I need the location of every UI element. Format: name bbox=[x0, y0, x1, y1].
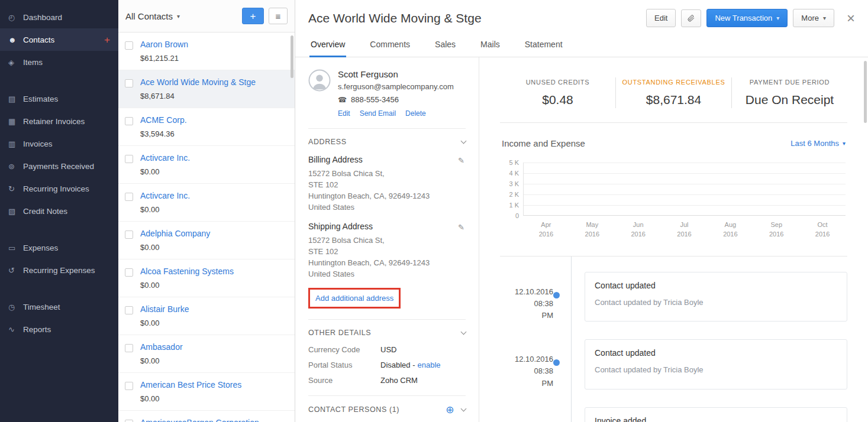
contact-checkbox[interactable] bbox=[125, 382, 133, 390]
quick-add-contact-icon[interactable]: + bbox=[104, 35, 110, 45]
overview-column: UNUSED CREDITS $0.48 OUTSTANDING RECEIVA… bbox=[479, 57, 868, 422]
detail-header: Ace World Wide Moving & Stge Edit New Tr… bbox=[295, 0, 868, 34]
contact-persons-header: CONTACT PERSONS (1) ⊕ bbox=[308, 405, 466, 415]
tab-overview[interactable]: Overview bbox=[309, 34, 346, 57]
contact-checkbox[interactable] bbox=[125, 79, 133, 87]
detail-tabs: Overview Comments Sales Mails Statement bbox=[295, 34, 868, 57]
contact-checkbox[interactable] bbox=[125, 193, 133, 201]
contact-person-phone: ☎ 888-555-3456 bbox=[338, 95, 454, 104]
y-tick: 3 K bbox=[500, 180, 519, 187]
contact-list-item[interactable]: Adelphia Company $0.00 bbox=[118, 222, 295, 259]
timeline-date: 12.10.2016 08:38 PM bbox=[494, 339, 553, 389]
sidebar-item-payments-received[interactable]: ⊚ Payments Received bbox=[0, 155, 118, 177]
billing-address: Billing Address 15272 Bolsa Chica St, ST… bbox=[308, 155, 466, 213]
other-details-rows: Currency Code USD Portal Status Disabled… bbox=[308, 345, 466, 385]
timeline-dot bbox=[553, 359, 560, 366]
contact-amount: $3,594.36 bbox=[140, 129, 288, 138]
dashboard-icon: ◴ bbox=[8, 13, 23, 22]
edit-button[interactable]: Edit bbox=[646, 9, 676, 27]
tab-mails[interactable]: Mails bbox=[479, 34, 501, 57]
contact-list-item[interactable]: Activcare Inc. $0.00 bbox=[118, 146, 295, 184]
list-scrollbar-thumb[interactable] bbox=[291, 35, 293, 78]
sidebar-item-label: Contacts bbox=[23, 35, 54, 44]
contact-checkbox[interactable] bbox=[125, 117, 133, 125]
edit-billing-address-icon[interactable]: ✎ bbox=[458, 156, 464, 165]
sidebar-item-recurring-invoices[interactable]: ↻ Recurring Invoices bbox=[0, 177, 118, 200]
send-email-link[interactable]: Send Email bbox=[360, 109, 396, 118]
contact-amount: $0.00 bbox=[140, 356, 288, 365]
sidebar-item-expenses[interactable]: ▭ Expenses bbox=[0, 236, 118, 259]
unused-credits-value: $0.48 bbox=[505, 93, 611, 107]
contact-list-item-selected[interactable]: Ace World Wide Moving & Stge $8,671.84 bbox=[118, 70, 295, 108]
timesheet-icon: ◷ bbox=[8, 303, 23, 311]
enable-portal-link[interactable]: enable bbox=[418, 361, 441, 369]
sidebar-item-label: Reports bbox=[23, 325, 51, 334]
add-additional-address-link[interactable]: Add additional address bbox=[315, 294, 393, 303]
add-contact-person-icon[interactable]: ⊕ bbox=[446, 405, 454, 415]
phone-number: 888-555-3456 bbox=[351, 95, 399, 104]
activity-timeline: 12.10.2016 08:38 PM Contact updated Cont… bbox=[494, 257, 847, 422]
contact-amount: $8,671.84 bbox=[140, 92, 288, 100]
contact-checkbox[interactable] bbox=[125, 231, 133, 239]
sidebar-item-contacts[interactable]: ☻ Contacts + bbox=[0, 28, 118, 51]
x-tick: May2016 bbox=[569, 220, 615, 239]
contact-checkbox[interactable] bbox=[125, 268, 133, 277]
app-window: ◴ Dashboard ☻ Contacts + ◈ Items ▤ Estim… bbox=[0, 0, 868, 422]
contact-info-column: Scott Ferguson s.ferguson@samplecompany.… bbox=[295, 57, 479, 422]
sidebar-item-label: Dashboard bbox=[23, 13, 62, 22]
contact-list-item[interactable]: ACME Corp. $3,594.36 bbox=[118, 108, 295, 146]
tab-sales[interactable]: Sales bbox=[434, 34, 457, 57]
contact-detail-panel: Ace World Wide Moving & Stge Edit New Tr… bbox=[295, 0, 868, 422]
sidebar-item-items[interactable]: ◈ Items bbox=[0, 51, 118, 73]
chevron-down-icon[interactable] bbox=[461, 406, 467, 412]
chevron-down-icon[interactable] bbox=[461, 138, 467, 144]
contact-name: Ace World Wide Moving & Stge bbox=[140, 77, 288, 87]
edit-shipping-address-icon[interactable]: ✎ bbox=[458, 223, 464, 232]
sidebar-item-label: Recurring Expenses bbox=[23, 266, 95, 275]
stat-outstanding-receivables: OUTSTANDING RECEIVABLES $8,671.84 bbox=[616, 77, 732, 108]
contact-list-item[interactable]: American Best Price Stores $0.00 bbox=[118, 373, 295, 411]
chevron-down-icon[interactable] bbox=[461, 329, 467, 335]
contact-checkbox[interactable] bbox=[125, 155, 133, 163]
contact-checkbox[interactable] bbox=[125, 306, 133, 314]
contact-checkbox[interactable] bbox=[125, 344, 133, 352]
contact-checkbox[interactable] bbox=[125, 420, 133, 422]
list-view-options-button[interactable]: ≡ bbox=[269, 8, 288, 24]
chart-range-dropdown[interactable]: Last 6 Months ▾ bbox=[790, 139, 846, 148]
contact-list-item[interactable]: AmerisourceBergen Corporation bbox=[118, 411, 295, 422]
sidebar-item-invoices[interactable]: ▥ Invoices bbox=[0, 132, 118, 155]
contacts-filter-dropdown[interactable]: All Contacts ▾ bbox=[125, 11, 180, 21]
contacts-list: Aaron Brown $61,215.21 Ace World Wide Mo… bbox=[118, 33, 295, 422]
edit-contact-link[interactable]: Edit bbox=[338, 109, 350, 118]
contact-name: Aaron Brown bbox=[140, 40, 288, 49]
delete-contact-link[interactable]: Delete bbox=[405, 109, 426, 118]
sidebar-item-retainer-invoices[interactable]: ▦ Retainer Invoices bbox=[0, 110, 118, 132]
contact-checkbox[interactable] bbox=[125, 41, 133, 50]
new-transaction-button[interactable]: New Transaction ▾ bbox=[706, 9, 788, 27]
sidebar-item-estimates[interactable]: ▤ Estimates bbox=[0, 87, 118, 110]
main-scrollbar-thumb[interactable] bbox=[864, 61, 867, 123]
sidebar-item-recurring-expenses[interactable]: ↺ Recurring Expenses bbox=[0, 259, 118, 281]
sidebar-item-dashboard[interactable]: ◴ Dashboard bbox=[0, 6, 118, 28]
close-icon[interactable]: × bbox=[847, 11, 855, 25]
add-contact-button[interactable]: + bbox=[242, 8, 264, 24]
sidebar-item-timesheet[interactable]: ◷ Timesheet bbox=[0, 296, 118, 318]
contact-amount: $0.00 bbox=[140, 243, 288, 252]
contact-list-item[interactable]: Alcoa Fastening Systems $0.00 bbox=[118, 259, 295, 297]
timeline-title: Contact updated bbox=[595, 281, 837, 290]
contact-name: Alistair Burke bbox=[140, 304, 288, 314]
phone-icon: ☎ bbox=[338, 96, 347, 104]
sidebar-item-credit-notes[interactable]: ▧ Credit Notes bbox=[0, 200, 118, 222]
tab-comments[interactable]: Comments bbox=[369, 34, 411, 57]
sidebar-item-reports[interactable]: ∿ Reports bbox=[0, 318, 118, 340]
contact-amount: $0.00 bbox=[140, 281, 288, 290]
attachment-button[interactable] bbox=[681, 9, 701, 27]
contact-list-item[interactable]: Activcare Inc. $0.00 bbox=[118, 184, 295, 222]
tab-statement[interactable]: Statement bbox=[524, 34, 564, 57]
contact-amount: $0.00 bbox=[140, 394, 288, 403]
x-tick: Oct2016 bbox=[799, 220, 846, 239]
contact-list-item[interactable]: Ambasador $0.00 bbox=[118, 335, 295, 373]
contact-list-item[interactable]: Alistair Burke $0.00 bbox=[118, 297, 295, 335]
more-button[interactable]: More ▾ bbox=[793, 9, 834, 27]
contact-list-item[interactable]: Aaron Brown $61,215.21 bbox=[118, 33, 295, 70]
